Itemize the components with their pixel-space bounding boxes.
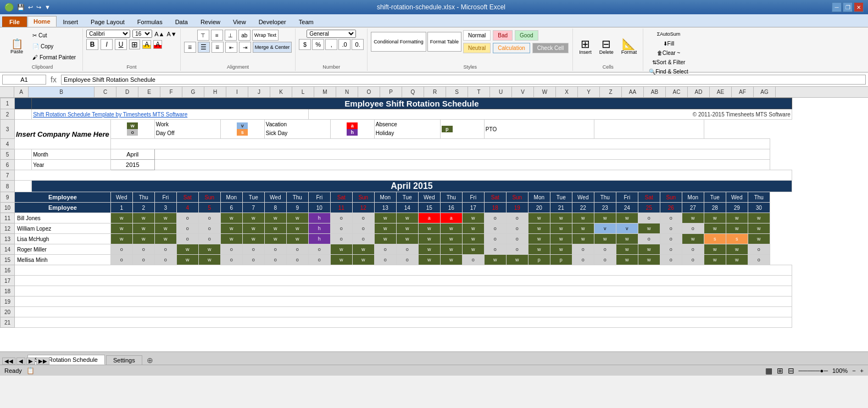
sched-wl-13[interactable]: w: [374, 223, 396, 234]
tab-home[interactable]: Home: [27, 16, 57, 27]
sched-lm-9[interactable]: w: [286, 234, 308, 244]
sched-mm-17[interactable]: o: [462, 255, 484, 265]
sched-lm-24[interactable]: w: [616, 234, 638, 244]
font-name-select[interactable]: Calibri: [86, 30, 130, 38]
sched-bj-30[interactable]: w: [748, 213, 770, 223]
first-sheet-button[interactable]: ◀◀: [2, 357, 15, 365]
sched-rm-25[interactable]: w: [638, 244, 660, 255]
sched-lm-25[interactable]: o: [638, 234, 660, 244]
sched-wl-12[interactable]: o: [352, 223, 374, 234]
quick-access-save[interactable]: 💾: [17, 4, 25, 11]
delete-button[interactable]: ⊟ Delete: [597, 37, 616, 57]
sched-mm-23[interactable]: o: [594, 255, 616, 265]
sched-rm-28[interactable]: w: [704, 244, 726, 255]
restore-button[interactable]: ❐: [843, 2, 853, 12]
number-format-select[interactable]: General: [307, 30, 356, 38]
tab-view[interactable]: View: [227, 16, 252, 27]
minimize-button[interactable]: ─: [832, 2, 842, 12]
merge-center-button[interactable]: Merge & Center: [253, 42, 292, 53]
sched-bj-13[interactable]: w: [374, 213, 396, 223]
quick-access-more[interactable]: ▼: [44, 4, 51, 10]
col-header-af[interactable]: AF: [732, 87, 754, 97]
col-header-p[interactable]: P: [380, 87, 402, 97]
sched-mm-25[interactable]: w: [638, 255, 660, 265]
fill-color-button[interactable]: A: [142, 40, 151, 49]
sched-mm-3[interactable]: o: [154, 255, 176, 265]
autosum-button[interactable]: Σ AutoSum: [654, 30, 683, 38]
sched-rm-10[interactable]: o: [308, 244, 330, 255]
next-sheet-button[interactable]: ▶: [26, 357, 35, 365]
sched-mm-7[interactable]: o: [242, 255, 264, 265]
sched-rm-26[interactable]: o: [660, 244, 682, 255]
sched-rm-4[interactable]: w: [176, 244, 198, 255]
sched-bj-27[interactable]: w: [682, 213, 704, 223]
spreadsheet[interactable]: 1 Employee Shift Rotation Schedule 2 Shi…: [0, 98, 868, 351]
sched-lm-19[interactable]: o: [506, 234, 528, 244]
zoom-out-button[interactable]: −: [852, 367, 855, 374]
sched-bj-1[interactable]: w: [110, 213, 132, 223]
sched-lm-28[interactable]: s: [704, 234, 726, 244]
sched-lm-30[interactable]: w: [748, 234, 770, 244]
sched-lm-18[interactable]: o: [484, 234, 506, 244]
sched-lm-17[interactable]: w: [462, 234, 484, 244]
style-bad[interactable]: Bad: [493, 30, 513, 41]
col-header-i[interactable]: I: [226, 87, 248, 97]
sched-rm-19[interactable]: o: [506, 244, 528, 255]
sched-lm-29[interactable]: s: [726, 234, 748, 244]
col-header-u[interactable]: U: [490, 87, 512, 97]
sched-mm-1[interactable]: o: [110, 255, 132, 265]
tab-insert[interactable]: Insert: [57, 16, 85, 27]
prev-sheet-button[interactable]: ◀: [16, 357, 25, 365]
sched-lm-21[interactable]: w: [550, 234, 572, 244]
sched-wl-10[interactable]: h: [308, 223, 330, 234]
sched-mm-4[interactable]: w: [176, 255, 198, 265]
col-header-b[interactable]: B: [29, 87, 94, 97]
close-button[interactable]: ✕: [854, 2, 864, 12]
sched-bj-29[interactable]: w: [726, 213, 748, 223]
col-header-a[interactable]: A: [14, 87, 29, 97]
sched-lm-14[interactable]: w: [396, 234, 418, 244]
col-header-k[interactable]: K: [270, 87, 292, 97]
sched-wl-21[interactable]: w: [550, 223, 572, 234]
sched-mm-10[interactable]: o: [308, 255, 330, 265]
underline-button[interactable]: U: [115, 39, 127, 50]
sched-bj-16[interactable]: a: [440, 213, 462, 223]
sched-mm-24[interactable]: w: [616, 255, 638, 265]
last-sheet-button[interactable]: ▶▶: [36, 357, 49, 365]
sched-wl-4[interactable]: o: [176, 223, 198, 234]
sched-bj-22[interactable]: w: [572, 213, 594, 223]
col-header-ae[interactable]: AE: [710, 87, 732, 97]
cut-button[interactable]: ✂ Cut: [30, 31, 78, 40]
sched-mm-22[interactable]: o: [572, 255, 594, 265]
col-header-z[interactable]: Z: [600, 87, 622, 97]
sched-lm-12[interactable]: o: [352, 234, 374, 244]
col-header-l[interactable]: L: [292, 87, 314, 97]
sched-bj-15[interactable]: a: [418, 213, 440, 223]
sched-bj-2[interactable]: w: [132, 213, 154, 223]
sched-wl-27[interactable]: o: [682, 223, 704, 234]
sched-wl-11[interactable]: o: [330, 223, 352, 234]
conditional-formatting-button[interactable]: Conditional Formatting: [371, 32, 426, 52]
sched-wl-6[interactable]: w: [220, 223, 242, 234]
sched-mm-2[interactable]: o: [132, 255, 154, 265]
sched-rm-2[interactable]: o: [132, 244, 154, 255]
cell-reference[interactable]: [2, 75, 46, 85]
italic-button[interactable]: I: [101, 39, 113, 50]
zoom-in-button[interactable]: +: [860, 367, 864, 374]
style-normal[interactable]: Normal: [463, 30, 491, 41]
sched-wl-25[interactable]: w: [638, 223, 660, 234]
sched-wl-16[interactable]: w: [440, 223, 462, 234]
currency-button[interactable]: $: [299, 39, 311, 50]
zoom-slider[interactable]: ─────●─: [799, 367, 828, 374]
insert-button[interactable]: ⊞ Insert: [576, 37, 594, 57]
format-table-button[interactable]: Format Table: [427, 32, 461, 52]
sched-rm-9[interactable]: o: [286, 244, 308, 255]
company-name[interactable]: Insert Company Name Here: [15, 120, 111, 149]
sched-rm-15[interactable]: w: [418, 244, 440, 255]
sched-mm-11[interactable]: w: [330, 255, 352, 265]
sched-wl-22[interactable]: w: [572, 223, 594, 234]
col-header-d[interactable]: D: [116, 87, 138, 97]
quick-access-redo[interactable]: ↪: [36, 4, 41, 11]
sched-lm-15[interactable]: w: [418, 234, 440, 244]
format-button[interactable]: 📐 Format: [619, 37, 640, 57]
